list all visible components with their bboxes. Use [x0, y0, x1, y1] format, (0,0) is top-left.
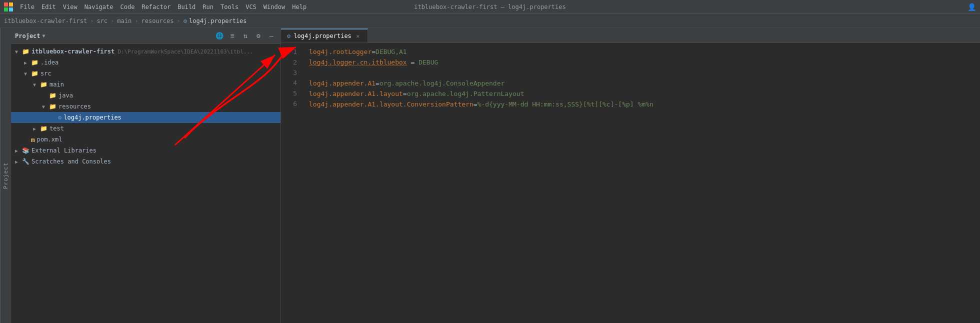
tree-item-java[interactable]: ▶ 📁 java: [11, 90, 280, 101]
breadcrumb-project[interactable]: itbluebox-crawler-first: [4, 18, 87, 24]
toolbar-locate-icon[interactable]: 🌐: [214, 31, 224, 41]
toolbar-sort-icon[interactable]: ⇅: [240, 31, 250, 41]
folder-icon-idea: 📁: [31, 59, 38, 66]
arrow-main: ▼: [33, 82, 40, 88]
tree-item-idea[interactable]: ▶ 📁 .idea: [11, 57, 280, 68]
arrow-resources: ▼: [42, 104, 49, 110]
breadcrumb-file: ⚙ log4j.properties: [184, 18, 247, 24]
folder-icon-java: 📁: [49, 92, 56, 99]
src-label: src: [40, 70, 52, 77]
user-icon[interactable]: 👤: [968, 3, 976, 11]
line-num-2: 2: [281, 58, 297, 68]
folder-icon-src: 📁: [31, 70, 38, 77]
arrow-src: ▼: [24, 71, 31, 76]
code-line-5: log4j.appender.A1.layout=org.apache.log4…: [309, 89, 972, 100]
tab-log4j[interactable]: ⚙ log4j.properties ✕: [281, 28, 368, 42]
log4j-label: log4j.properties: [64, 114, 122, 121]
menu-edit[interactable]: Edit: [38, 2, 59, 12]
code-line-4: log4j.appender.A1=org.apache.log4j.Conso…: [309, 78, 972, 89]
line-numbers: 1 2 3 4 5 6: [281, 43, 301, 323]
pom-label: pom.xml: [37, 136, 62, 143]
app-icon: [4, 2, 13, 12]
project-panel-title: Project ▼: [15, 32, 46, 40]
tree-item-log4j[interactable]: ▶ ⚙ log4j.properties: [11, 112, 280, 123]
arrow-ext-libs: ▶: [15, 148, 22, 154]
tree-item-main[interactable]: ▼ 📁 main: [11, 79, 280, 90]
scratches-icon: 🔧: [22, 158, 30, 165]
file-tree: ▼ 📁 itbluebox-crawler-first D:\ProgramWo…: [11, 44, 280, 323]
arrow-scratches: ▶: [15, 159, 22, 164]
main-label: main: [50, 81, 64, 88]
tree-item-pom[interactable]: ▶ m pom.xml: [11, 134, 280, 145]
code-eq-1: =: [372, 48, 376, 56]
title-bar: File Edit View Navigate Code Refactor Bu…: [0, 0, 980, 14]
code-editor[interactable]: log4j.rootLogger=DEBUG,A1 log4j.logger.c…: [301, 43, 980, 323]
folder-icon-main: 📁: [40, 81, 48, 88]
code-eq-4: =: [376, 80, 380, 87]
tree-item-resources[interactable]: ▼ 📁 resources: [11, 101, 280, 112]
code-line-3: [309, 68, 972, 78]
menu-file[interactable]: File: [17, 2, 38, 12]
menu-code[interactable]: Code: [118, 2, 138, 12]
window-title: itbluebox-crawler-first – log4j.properti…: [414, 4, 566, 10]
line-num-1: 1: [281, 47, 297, 58]
arrow-idea: ▶: [24, 60, 31, 66]
project-panel-label[interactable]: Project: [0, 28, 11, 323]
breadcrumb-src[interactable]: src: [96, 18, 108, 24]
breadcrumb-main[interactable]: main: [117, 18, 132, 24]
project-panel: Project ▼ 🌐 ≡ ⇅ ⚙ — ▼ 📁 itblu: [11, 28, 281, 323]
menu-vcs[interactable]: VCS: [242, 2, 260, 12]
menu-view[interactable]: View: [60, 2, 80, 12]
tree-item-scratches[interactable]: ▶ 🔧 Scratches and Consoles: [11, 156, 280, 167]
code-key-4: log4j.appender.A1: [309, 80, 376, 87]
editor-content: 1 2 3 4 5 6 log4j.rootLogger=DEBUG,A1 lo…: [281, 43, 980, 323]
tree-item-src[interactable]: ▼ 📁 src: [11, 68, 280, 79]
arrow-root: ▼: [15, 49, 22, 54]
main-layout: Project Project ▼ 🌐 ≡ ⇅ ⚙ —: [0, 28, 980, 323]
menu-build[interactable]: Build: [174, 2, 198, 12]
tree-item-ext-libs[interactable]: ▶ 📚 External Libraries: [11, 145, 280, 156]
breadcrumb-sep-4: ›: [177, 18, 180, 24]
breadcrumb-bar: itbluebox-crawler-first › src › main › r…: [0, 14, 980, 28]
breadcrumb-sep-2: ›: [110, 18, 114, 24]
toolbar-icons: 🌐 ≡ ⇅ ⚙ —: [214, 31, 276, 41]
menu-window[interactable]: Window: [260, 2, 288, 12]
code-val-6: %-d{yyy-MM-dd HH:mm:ss,SSS}[%t][%c]-[%p]…: [478, 100, 654, 108]
svg-rect-2: [4, 8, 8, 12]
project-path: D:\ProgramWorkSpace\IDEA\20221103\itbl..…: [118, 48, 254, 55]
toolbar-collapse-icon[interactable]: ≡: [228, 31, 238, 41]
project-toolbar: Project ▼ 🌐 ≡ ⇅ ⚙ —: [11, 28, 280, 44]
code-key-5: log4j.appender.A1.layout: [309, 90, 403, 98]
breadcrumb-sep-3: ›: [134, 18, 138, 24]
menu-refactor[interactable]: Refactor: [138, 2, 174, 12]
project-dropdown-arrow[interactable]: ▼: [42, 33, 46, 38]
code-val-4: org.apache.log4j.ConsoleAppender: [380, 80, 504, 87]
maven-icon: m: [31, 136, 35, 144]
svg-rect-0: [4, 2, 8, 6]
line-num-5: 5: [281, 88, 297, 99]
tree-item-test[interactable]: ▶ 📁 test: [11, 123, 280, 134]
code-val-2: DEBUG: [418, 58, 438, 66]
breadcrumb-resources[interactable]: resources: [141, 18, 174, 24]
ext-libs-label: External Libraries: [32, 147, 96, 154]
toolbar-settings-icon[interactable]: ⚙: [254, 31, 264, 41]
menu-navigate[interactable]: Navigate: [82, 2, 116, 12]
tab-label: log4j.properties: [294, 32, 352, 40]
svg-rect-3: [9, 8, 13, 12]
idea-label: .idea: [40, 59, 58, 66]
tree-item-root[interactable]: ▼ 📁 itbluebox-crawler-first D:\ProgramWo…: [11, 46, 280, 57]
properties-file-icon: ⚙: [184, 18, 187, 24]
tab-bar: ⚙ log4j.properties ✕: [281, 28, 980, 43]
code-eq-5: =: [403, 90, 407, 98]
code-eq-6: =: [474, 100, 478, 108]
toolbar-hide-icon[interactable]: —: [266, 31, 276, 41]
test-label: test: [50, 125, 64, 132]
menu-tools[interactable]: Tools: [218, 2, 242, 12]
code-val-5: org.apache.log4j.PatternLayout: [407, 90, 524, 98]
menu-run[interactable]: Run: [200, 2, 216, 12]
menu-help[interactable]: Help: [289, 2, 310, 12]
tab-close-button[interactable]: ✕: [354, 32, 362, 40]
scratches-label: Scratches and Consoles: [32, 158, 111, 165]
project-name: itbluebox-crawler-first: [32, 48, 114, 55]
breadcrumb-sep-1: ›: [90, 18, 94, 24]
